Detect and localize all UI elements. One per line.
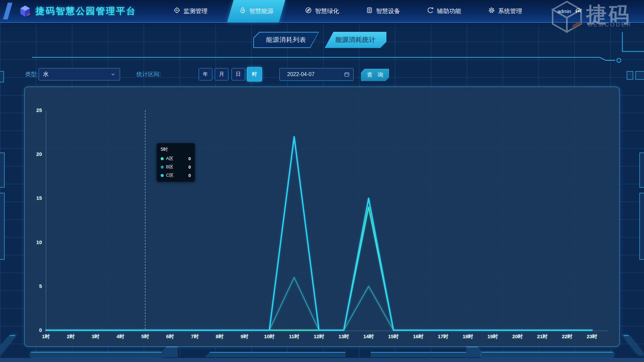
svg-text:15: 15 — [36, 195, 42, 201]
series-line-C区 — [46, 137, 592, 330]
svg-text:20时: 20时 — [512, 334, 523, 339]
series-value: 0 — [189, 165, 191, 170]
deco-bottom-left-diagonal — [0, 335, 15, 355]
nav-item-label: 监测管理 — [183, 7, 208, 15]
deco-bottom-right-tab — [466, 347, 482, 357]
deco-footer-strip — [0, 358, 644, 362]
svg-text:1时: 1时 — [42, 334, 50, 339]
watermark-cn-text: 捷码 — [586, 1, 631, 29]
series-line-B区 — [46, 278, 592, 330]
app-root: 捷码智慧公园管理平台 监测管理智慧能源智慧绿化智慧设备辅助功能系统管理 捷码 G… — [0, 0, 644, 362]
svg-text:11时: 11时 — [289, 334, 300, 339]
svg-text:19时: 19时 — [487, 334, 498, 339]
deco-left-notch — [0, 71, 4, 82]
chart-panel: 05101520251时2时3时4时5时6时7时8时9时10时11时12时13时… — [24, 86, 620, 347]
deco-bottom-left-tab — [162, 347, 178, 357]
header-accent-slash — [3, 3, 12, 19]
watermark-en-text: GEMCODER — [588, 21, 632, 28]
query-button[interactable]: 查 询 — [361, 69, 389, 81]
svg-text:9时: 9时 — [240, 334, 248, 339]
svg-text:14时: 14时 — [363, 334, 374, 339]
nav-item-5[interactable]: 系统管理 — [484, 0, 526, 22]
svg-text:21时: 21时 — [537, 334, 548, 339]
type-select-value: 水 — [43, 70, 49, 78]
main-nav: 监测管理智慧能源智慧绿化智慧设备辅助功能系统管理 — [169, 0, 526, 22]
series-name: B区 — [166, 164, 173, 170]
svg-text:15时: 15时 — [388, 334, 399, 339]
deco-bottom-right-bar — [482, 352, 613, 357]
svg-text:3时: 3时 — [92, 334, 99, 339]
assist-icon — [427, 7, 434, 15]
svg-text:20: 20 — [36, 151, 42, 157]
svg-text:13时: 13时 — [338, 334, 349, 339]
svg-text:25: 25 — [36, 107, 42, 113]
tooltip-row-C区: C区0 — [161, 172, 191, 178]
tab-energy-list-label: 能源消耗列表 — [266, 36, 306, 44]
username: admin — [557, 8, 571, 14]
range-button-日[interactable]: 日 — [231, 68, 245, 80]
top-nav-bar: 捷码智慧公园管理平台 监测管理智慧能源智慧绿化智慧设备辅助功能系统管理 捷码 G… — [0, 0, 644, 23]
svg-text:17时: 17时 — [438, 334, 448, 339]
deco-tr-square-2 — [635, 71, 644, 80]
nav-item-label: 智慧能源 — [249, 7, 273, 15]
nav-item-2[interactable]: 智慧绿化 — [301, 0, 343, 22]
svg-text:5: 5 — [39, 283, 42, 289]
deco-bottom-center-bar-1 — [205, 352, 345, 357]
series-name: A区 — [166, 156, 173, 162]
range-button-年[interactable]: 年 — [199, 68, 212, 80]
svg-text:2时: 2时 — [67, 334, 74, 339]
target-icon — [173, 7, 180, 15]
svg-text:6时: 6时 — [166, 334, 174, 339]
deco-right-strip-2 — [639, 193, 644, 260]
tooltip-row-A区: A区0 — [161, 156, 191, 162]
logout-icon[interactable] — [575, 7, 582, 15]
type-select[interactable]: 水 — [39, 68, 120, 80]
energy-line-chart[interactable]: 05101520251时2时3时4时5时6时7时8时9时10时11时12时13时… — [25, 87, 619, 346]
series-name: C区 — [166, 172, 173, 178]
range-button-时[interactable]: 时 — [247, 67, 262, 81]
type-label: 类型: — [25, 68, 38, 80]
svg-text:12时: 12时 — [314, 334, 324, 339]
deco-bottom-center-bar-2 — [371, 352, 513, 357]
svg-text:10: 10 — [36, 239, 42, 245]
deco-tr-square-1 — [627, 71, 633, 80]
deco-bottom-right-diagonal — [623, 335, 644, 355]
date-input[interactable]: 2022-04-07 — [279, 68, 354, 81]
deco-left-strip-1 — [0, 153, 5, 188]
series-dot — [161, 174, 164, 177]
svg-text:10时: 10时 — [264, 334, 275, 339]
watermark: 捷码 GEMCODER — [523, 0, 644, 32]
tab-energy-list[interactable]: 能源消耗列表 — [253, 32, 319, 48]
chart-tooltip: 5时 A区0B区0C区0 — [157, 143, 195, 182]
svg-text:18时: 18时 — [463, 334, 473, 339]
gear-icon — [488, 7, 495, 15]
range-label: 统计区间: — [137, 68, 161, 80]
svg-text:0: 0 — [39, 327, 42, 333]
svg-text:23时: 23时 — [587, 334, 597, 339]
app-logo-cube-icon — [19, 5, 31, 17]
series-value: 0 — [189, 156, 191, 161]
nav-item-3[interactable]: 智慧设备 — [362, 0, 404, 22]
deco-bottom-left-bar — [31, 352, 162, 357]
nav-item-0[interactable]: 监测管理 — [169, 0, 212, 22]
tab-energy-stats[interactable]: 能源消耗统计 — [325, 32, 386, 48]
svg-text:22时: 22时 — [562, 334, 573, 339]
series-value: 0 — [189, 173, 191, 178]
svg-text:7时: 7时 — [191, 334, 199, 339]
chart-svg: 05101520251时2时3时4时5时6时7时8时9时10时11时12时13时… — [25, 87, 621, 348]
page-title: 捷码智慧公园管理平台 — [36, 5, 136, 17]
tooltip-rows: A区0B区0C区0 — [161, 156, 191, 178]
svg-text:5时: 5时 — [141, 334, 149, 339]
tooltip-title: 5时 — [161, 146, 191, 153]
calendar-icon — [344, 71, 350, 77]
nav-item-1[interactable]: 智慧能源 — [230, 0, 282, 22]
tab-energy-stats-label: 能源消耗统计 — [335, 36, 376, 44]
range-button-月[interactable]: 月 — [215, 68, 228, 80]
series-dot — [161, 157, 164, 160]
series-dot — [161, 166, 164, 169]
svg-text:8时: 8时 — [216, 334, 223, 339]
device-icon — [366, 7, 373, 15]
chevron-down-icon — [110, 72, 116, 77]
nav-item-label: 智慧设备 — [376, 7, 400, 15]
nav-item-4[interactable]: 辅助功能 — [423, 0, 465, 22]
